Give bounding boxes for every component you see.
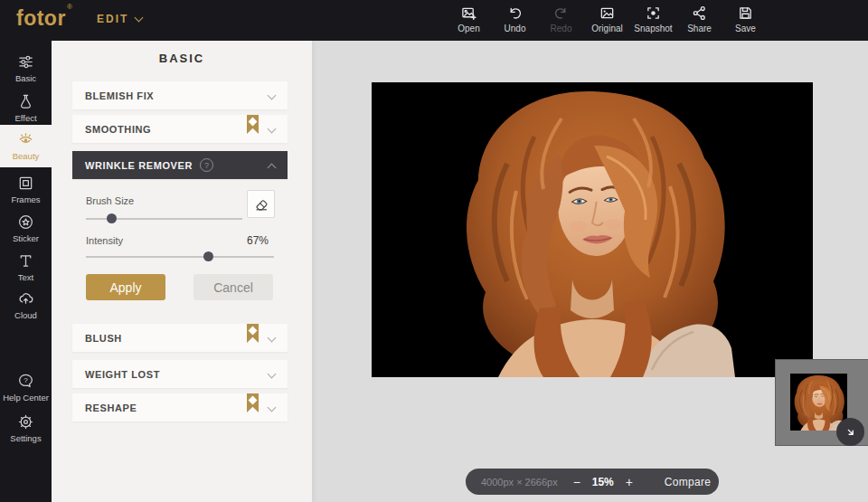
accordion-blush[interactable]: BLUSH — [72, 324, 288, 352]
chevron-up-icon — [268, 164, 277, 173]
text-icon — [17, 252, 34, 270]
logo-text: fotor — [16, 6, 66, 30]
sidebar-label-basic: Basic — [15, 73, 36, 83]
fotor-logo[interactable]: fotor® — [16, 6, 71, 31]
undo-label: Undo — [505, 24, 526, 33]
bookmark-ribbon-icon — [247, 324, 259, 343]
status-pill: 4000px × 2666px − 15% + Compare — [466, 469, 719, 495]
snapshot-button[interactable]: Snapshot — [630, 5, 676, 33]
open-icon — [461, 5, 476, 21]
undo-button[interactable]: Undo — [492, 5, 538, 33]
sliders-icon — [17, 53, 34, 71]
left-rail: Basic Effect Beauty Frames Sticker Text … — [0, 41, 52, 502]
intensity-value: 67% — [247, 234, 269, 247]
sidebar-label-effect: Effect — [14, 113, 36, 123]
bookmark-ribbon-icon — [247, 115, 259, 134]
bookmark-ribbon-icon — [247, 393, 259, 412]
brush-size-label: Brush Size — [86, 195, 134, 206]
eraser-tool-button[interactable] — [247, 190, 275, 218]
share-label: Share — [687, 24, 712, 33]
svg-text:?: ? — [24, 376, 28, 384]
accordion-reshape[interactable]: RESHAPE — [72, 393, 288, 421]
accordion-label: BLUSH — [85, 333, 122, 344]
sidebar-item-text[interactable]: Text — [0, 247, 52, 287]
chevron-down-icon — [135, 14, 144, 23]
gear-icon — [17, 413, 34, 431]
sidebar-label-frames: Frames — [11, 194, 40, 204]
cancel-button[interactable]: Cancel — [193, 274, 273, 300]
editor-canvas: 4000px × 2666px − 15% + Compare — [312, 41, 868, 502]
sidebar-item-basic[interactable]: Basic — [0, 48, 52, 88]
snapshot-icon — [646, 5, 661, 21]
eraser-icon — [253, 196, 269, 213]
brush-size-slider[interactable] — [86, 218, 242, 220]
navigator-collapse-button[interactable] — [836, 418, 864, 446]
portrait-thumbnail — [790, 374, 847, 431]
panel-title: BASIC — [52, 52, 312, 65]
cloud-upload-icon — [17, 290, 34, 308]
original-label: Original — [591, 24, 622, 33]
redo-icon — [553, 5, 569, 21]
navigator-thumbnail[interactable] — [790, 374, 847, 431]
question-circle-icon[interactable]: ? — [200, 158, 213, 172]
help-bubble-icon: ? — [17, 373, 34, 390]
registered-mark: ® — [67, 3, 72, 11]
accordion-wrinkle-remover[interactable]: WRINKLE REMOVER ? — [72, 151, 288, 179]
intensity-label: Intensity — [86, 235, 123, 246]
intensity-slider[interactable] — [86, 256, 274, 258]
compare-button[interactable]: Compare — [659, 475, 716, 489]
minimize-arrow-icon — [844, 426, 857, 439]
zoom-out-button[interactable]: − — [569, 475, 585, 489]
save-button[interactable]: Save — [722, 5, 769, 33]
sidebar-item-sticker[interactable]: Sticker — [0, 208, 52, 248]
accordion-weight-lost[interactable]: WEIGHT LOST — [72, 360, 288, 388]
zoom-in-button[interactable]: + — [621, 475, 637, 489]
sidebar-label-beauty: Beauty — [13, 151, 40, 161]
sidebar-item-beauty[interactable]: Beauty — [0, 125, 52, 167]
sidebar-item-settings[interactable]: Settings — [0, 408, 52, 448]
original-button[interactable]: Original — [584, 5, 630, 33]
portrait-image — [372, 82, 813, 377]
edit-menu-label: EDIT — [97, 13, 128, 25]
open-button[interactable]: Open — [446, 5, 492, 33]
chevron-down-icon — [268, 91, 277, 100]
sidebar-item-effect[interactable]: Effect — [0, 88, 52, 128]
chevron-down-icon — [268, 370, 277, 379]
sidebar-item-help-center[interactable]: ? Help Center — [0, 367, 52, 407]
eye-icon — [17, 131, 34, 148]
redo-label: Redo — [551, 24, 572, 33]
accordion-label: SMOOTHING — [85, 124, 151, 135]
open-label: Open — [458, 24, 479, 33]
star-sticker-icon — [17, 213, 34, 231]
accordion-blemish-fix[interactable]: BLEMISH FIX — [72, 81, 288, 109]
top-toolbar: Open Undo Redo Original Snapshot Share S… — [446, 5, 769, 33]
brush-size-slider-handle[interactable] — [107, 213, 117, 223]
accordion-label: WEIGHT LOST — [85, 369, 160, 380]
flask-icon — [17, 93, 34, 110]
apply-button[interactable]: Apply — [86, 274, 165, 300]
chevron-down-icon — [268, 125, 277, 134]
undo-icon — [507, 5, 523, 21]
save-label: Save — [735, 24, 756, 33]
image-dimensions: 4000px × 2666px — [481, 477, 558, 488]
sidebar-label-cloud: Cloud — [14, 310, 37, 320]
accordion-label: BLEMISH FIX — [85, 90, 154, 101]
sidebar-item-frames[interactable]: Frames — [0, 169, 52, 209]
zoom-level: 15% — [589, 476, 618, 488]
sidebar-label-sticker: Sticker — [13, 233, 39, 243]
snapshot-label: Snapshot — [634, 24, 672, 33]
chevron-down-icon — [268, 334, 277, 343]
share-button[interactable]: Share — [676, 5, 722, 33]
sidebar-label-help-center: Help Center — [3, 393, 49, 403]
intensity-slider-handle[interactable] — [203, 251, 213, 261]
beauty-basic-panel: BASIC BLEMISH FIX SMOOTHING WRINKLE REMO… — [52, 41, 312, 502]
edited-photo[interactable] — [372, 82, 813, 377]
original-icon — [599, 5, 615, 21]
topbar: fotor® EDIT Open Undo Redo Original Snap… — [0, 0, 868, 41]
frame-icon — [17, 175, 34, 192]
redo-button[interactable]: Redo — [538, 5, 584, 33]
chevron-down-icon — [268, 403, 277, 412]
edit-menu[interactable]: EDIT — [97, 13, 142, 25]
accordion-smoothing[interactable]: SMOOTHING — [72, 115, 288, 143]
sidebar-item-cloud[interactable]: Cloud — [0, 285, 52, 325]
